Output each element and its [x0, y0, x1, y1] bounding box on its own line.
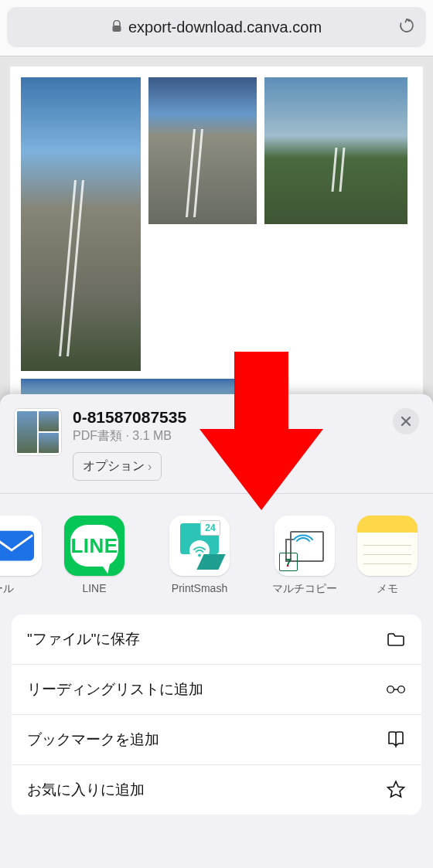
photo-3: [21, 77, 141, 371]
star-icon: [381, 780, 406, 800]
mail-icon: [0, 516, 42, 576]
action-label: お気に入りに追加: [27, 780, 145, 800]
share-app-label: メモ: [377, 582, 398, 596]
share-app-label: マルチコピー: [272, 582, 337, 596]
multicopy-icon: 7: [274, 516, 335, 576]
address-bar-container: export-download.canva.com: [0, 0, 433, 56]
options-button[interactable]: オプション ›: [73, 452, 162, 481]
photo-collage: [10, 66, 423, 447]
file-name: 0-81587087535xxxxxx95: [73, 408, 382, 427]
file-meta: 0-81587087535xxxxxx95 PDF書類 · 3.1 MB オプシ…: [73, 408, 382, 481]
action-save-to-files[interactable]: "ファイル"に保存: [12, 614, 421, 665]
notes-icon: [357, 516, 418, 576]
photo-2: [264, 77, 407, 224]
svg-rect-0: [112, 26, 121, 32]
svg-point-4: [398, 686, 405, 693]
share-app-memo[interactable]: メモ: [357, 516, 418, 596]
action-add-bookmark[interactable]: ブックマークを追加: [12, 715, 421, 765]
share-app-multicopy[interactable]: 7 マルチコピー: [252, 516, 357, 596]
share-app-label: LINE: [82, 582, 106, 594]
share-sheet-header: 0-81587087535xxxxxx95 PDF書類 · 3.1 MB オプシ…: [0, 394, 433, 494]
line-icon: LINE: [64, 516, 124, 576]
share-app-mail[interactable]: メール: [0, 516, 42, 596]
address-bar[interactable]: export-download.canva.com: [7, 7, 426, 47]
book-icon: [381, 730, 406, 750]
page-content: [0, 56, 433, 447]
share-actions-list: "ファイル"に保存 リーディングリストに追加 ブックマークを追加 お気に入りに追…: [12, 614, 421, 815]
share-app-label: PrintSmash: [172, 582, 227, 594]
svg-point-3: [387, 686, 394, 693]
share-app-printsmash[interactable]: 24 PrintSmash: [147, 516, 252, 596]
chevron-right-icon: ›: [148, 460, 152, 474]
folder-icon: [381, 629, 406, 649]
action-label: リーディングリストに追加: [27, 679, 203, 700]
file-thumbnail: [14, 408, 62, 456]
glasses-icon: [381, 679, 406, 700]
share-app-line[interactable]: LINE LINE: [42, 516, 147, 596]
action-label: ブックマークを追加: [27, 730, 159, 750]
lock-icon: [111, 20, 122, 35]
close-button[interactable]: [393, 408, 419, 434]
share-sheet: 0-81587087535xxxxxx95 PDF書類 · 3.1 MB オプシ…: [0, 394, 433, 868]
printsmash-icon: 24: [169, 516, 230, 576]
action-label: "ファイル"に保存: [27, 629, 141, 649]
reload-icon[interactable]: [398, 17, 415, 37]
share-apps-row[interactable]: メール LINE LINE 24 PrintSmash 7 マルチコピー: [0, 494, 433, 614]
action-add-favorite[interactable]: お気に入りに追加: [12, 765, 421, 815]
url-text: export-download.canva.com: [128, 19, 322, 36]
file-subtitle: PDF書類 · 3.1 MB: [73, 428, 382, 444]
photo-1: [148, 77, 257, 224]
share-app-label: メール: [0, 582, 14, 596]
action-add-reading-list[interactable]: リーディングリストに追加: [12, 665, 421, 715]
